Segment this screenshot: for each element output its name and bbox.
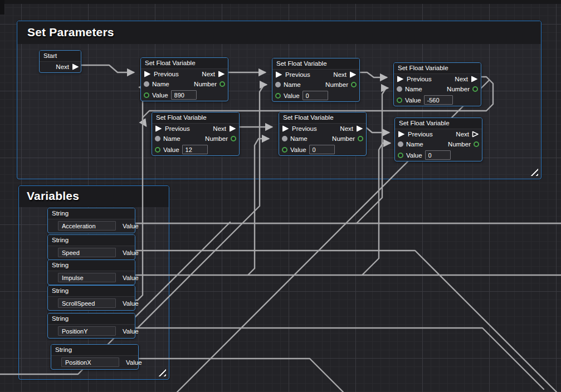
value-input-pin[interactable] bbox=[155, 147, 160, 153]
wire-positiony-long bbox=[133, 328, 544, 389]
node-string-variable[interactable]: String Value bbox=[47, 313, 135, 339]
node-start[interactable]: Start Next bbox=[39, 50, 81, 73]
exec-output-pin[interactable] bbox=[218, 71, 225, 77]
exec-input-pin[interactable] bbox=[398, 131, 405, 138]
exec-output-pin[interactable] bbox=[72, 63, 79, 70]
pin-label-previous: Previous bbox=[154, 71, 179, 77]
node-set-float-variable[interactable]: Set Float Variable Previous Next Name Nu… bbox=[394, 117, 482, 161]
pin-label-next: Next bbox=[56, 63, 69, 70]
pin-label-value: Value bbox=[123, 249, 139, 256]
pin-label-value: Value bbox=[406, 152, 422, 159]
value-input-pin[interactable] bbox=[282, 147, 287, 153]
variable-name-field[interactable] bbox=[58, 221, 116, 231]
name-input-pin[interactable] bbox=[398, 141, 403, 147]
value-field[interactable] bbox=[424, 95, 453, 105]
node-title: Set Float Variable bbox=[395, 118, 482, 129]
wire-speed-long bbox=[133, 251, 557, 392]
pin-label-value: Value bbox=[123, 223, 139, 229]
node-string-variable[interactable]: String Value bbox=[51, 344, 139, 370]
node-title: Set Float Variable bbox=[394, 63, 481, 74]
node-title: String bbox=[48, 260, 135, 271]
pin-label-value: Value bbox=[123, 275, 139, 281]
name-input-pin[interactable] bbox=[144, 81, 149, 87]
number-output-pin[interactable] bbox=[351, 82, 357, 87]
pin-label-value: Value bbox=[284, 92, 300, 99]
name-input-pin[interactable] bbox=[282, 136, 287, 141]
pin-label-name: Name bbox=[405, 86, 422, 92]
exec-input-pin[interactable] bbox=[282, 125, 289, 132]
exec-input-pin[interactable] bbox=[275, 71, 282, 78]
number-output-pin[interactable] bbox=[472, 86, 478, 92]
node-set-float-variable[interactable]: Set Float Variable Previous Next Name Nu… bbox=[140, 57, 228, 101]
pin-label-next: Next bbox=[455, 76, 468, 82]
node-string-variable[interactable]: String Value bbox=[47, 234, 135, 260]
node-string-variable[interactable]: String Value bbox=[47, 259, 135, 285]
value-input-pin[interactable] bbox=[144, 92, 149, 98]
node-set-float-variable[interactable]: Set Float Variable Previous Next Name Nu… bbox=[393, 62, 481, 106]
pin-label-number: Number bbox=[325, 81, 348, 88]
exec-output-pin[interactable] bbox=[349, 71, 357, 78]
group-set-parameters-header[interactable]: Set Parameters bbox=[17, 21, 541, 44]
node-title: Set Float Variable bbox=[279, 112, 366, 124]
node-title: String bbox=[51, 345, 138, 356]
pin-label-value: Value bbox=[163, 146, 179, 153]
pin-label-value: Value bbox=[126, 359, 142, 366]
pin-label-number: Number bbox=[205, 135, 228, 142]
number-output-pin[interactable] bbox=[231, 136, 236, 141]
value-input-pin[interactable] bbox=[398, 153, 403, 158]
group-variables-header[interactable]: Variables bbox=[19, 186, 169, 207]
resize-handle-icon[interactable] bbox=[158, 368, 166, 376]
pin-label-number: Number bbox=[332, 135, 355, 142]
pin-label-number: Number bbox=[447, 86, 470, 92]
value-field[interactable] bbox=[171, 90, 197, 100]
name-input-pin[interactable] bbox=[397, 86, 402, 92]
value-field[interactable] bbox=[425, 150, 451, 160]
pin-label-number: Number bbox=[194, 81, 217, 87]
node-set-float-variable[interactable]: Set Float Variable Previous Next Name Nu… bbox=[272, 58, 360, 102]
value-field[interactable] bbox=[182, 145, 208, 154]
canvas-left-edge bbox=[0, 0, 4, 14]
value-input-pin[interactable] bbox=[275, 93, 281, 99]
value-input-pin[interactable] bbox=[397, 97, 402, 103]
node-title: Set Float Variable bbox=[141, 58, 228, 69]
pin-label-value: Value bbox=[152, 92, 168, 99]
number-output-pin[interactable] bbox=[474, 141, 479, 147]
node-title: String bbox=[48, 286, 135, 297]
exec-input-pin[interactable] bbox=[155, 125, 162, 132]
variable-name-field[interactable] bbox=[58, 298, 116, 308]
node-title: Set Float Variable bbox=[152, 112, 239, 124]
exec-input-pin[interactable] bbox=[397, 76, 404, 82]
exec-input-pin[interactable] bbox=[144, 71, 151, 77]
pin-label-previous: Previous bbox=[292, 125, 317, 132]
variable-name-field[interactable] bbox=[58, 326, 116, 336]
number-output-pin[interactable] bbox=[358, 136, 363, 141]
variable-name-field[interactable] bbox=[61, 357, 119, 367]
resize-handle-icon[interactable] bbox=[530, 168, 538, 176]
node-string-variable[interactable]: String Value bbox=[47, 285, 135, 311]
pin-label-next: Next bbox=[340, 125, 353, 132]
group-title: Set Parameters bbox=[27, 26, 114, 38]
value-field[interactable] bbox=[309, 145, 335, 154]
name-input-pin[interactable] bbox=[275, 82, 281, 87]
node-set-float-variable[interactable]: Set Float Variable Previous Next Name Nu… bbox=[279, 112, 367, 156]
pin-label-name: Name bbox=[152, 81, 169, 87]
node-title: String bbox=[48, 313, 135, 325]
node-string-variable[interactable]: String Value bbox=[47, 208, 135, 233]
exec-output-pin[interactable] bbox=[229, 125, 236, 132]
node-start-title: Start bbox=[40, 51, 81, 62]
exec-output-pin-unconnected[interactable] bbox=[472, 131, 479, 138]
node-set-float-variable[interactable]: Set Float Variable Previous Next Name Nu… bbox=[152, 112, 240, 156]
group-title: Variables bbox=[27, 189, 79, 202]
variable-name-field[interactable] bbox=[58, 273, 116, 282]
pin-label-value: Value bbox=[123, 300, 139, 307]
value-field[interactable] bbox=[303, 91, 328, 100]
exec-output-pin[interactable] bbox=[356, 125, 363, 132]
name-input-pin[interactable] bbox=[155, 136, 160, 141]
number-output-pin[interactable] bbox=[219, 81, 225, 87]
node-editor-canvas[interactable]: Set Parameters Variables bbox=[0, 0, 561, 392]
exec-output-pin[interactable] bbox=[471, 76, 478, 82]
pin-label-number: Number bbox=[448, 141, 471, 148]
variable-name-field[interactable] bbox=[58, 248, 116, 257]
node-title: String bbox=[48, 208, 135, 219]
pin-label-previous: Previous bbox=[408, 131, 433, 138]
